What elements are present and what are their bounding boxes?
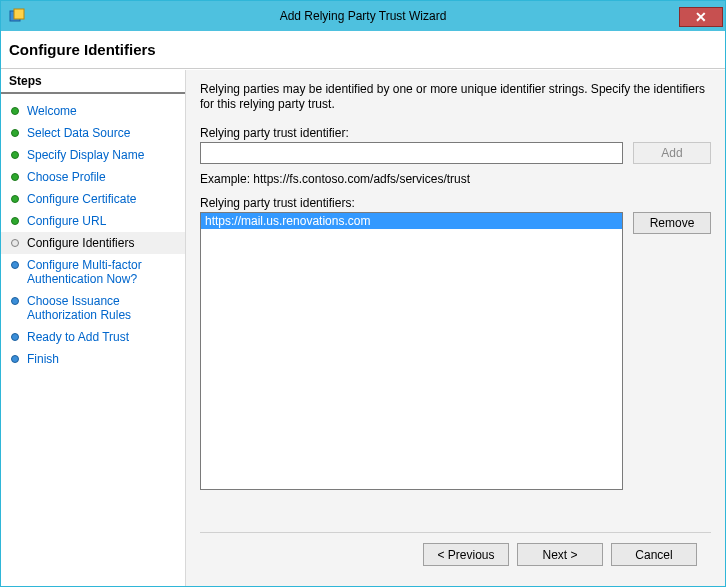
step-bullet-icon <box>11 217 19 225</box>
identifier-input[interactable] <box>200 142 623 164</box>
step-label: Finish <box>27 352 59 366</box>
step-item[interactable]: Select Data Source <box>1 122 185 144</box>
page-title: Configure Identifiers <box>9 41 717 58</box>
step-label: Configure Identifiers <box>27 236 134 250</box>
steps-sidebar: Steps WelcomeSelect Data SourceSpecify D… <box>1 70 186 586</box>
identifier-field-row: Relying party trust identifier: Add <box>200 126 711 164</box>
app-icon <box>9 8 25 24</box>
wizard-body: Steps WelcomeSelect Data SourceSpecify D… <box>1 69 725 586</box>
step-item[interactable]: Configure Multi-factor Authentication No… <box>1 254 185 290</box>
list-item[interactable]: https://mail.us.renovations.com <box>201 213 622 229</box>
steps-list: WelcomeSelect Data SourceSpecify Display… <box>1 94 185 370</box>
step-label: Select Data Source <box>27 126 130 140</box>
description-text: Relying parties may be identified by one… <box>200 82 711 112</box>
step-bullet-icon <box>11 195 19 203</box>
add-button[interactable]: Add <box>633 142 711 164</box>
step-label: Ready to Add Trust <box>27 330 129 344</box>
step-item[interactable]: Ready to Add Trust <box>1 326 185 348</box>
wizard-footer: < Previous Next > Cancel <box>200 532 711 578</box>
step-label: Configure Certificate <box>27 192 136 206</box>
step-item[interactable]: Finish <box>1 348 185 370</box>
step-bullet-icon <box>11 239 19 247</box>
identifiers-listbox[interactable]: https://mail.us.renovations.com <box>200 212 623 490</box>
step-label: Configure Multi-factor Authentication No… <box>27 258 177 286</box>
cancel-button[interactable]: Cancel <box>611 543 697 566</box>
step-item[interactable]: Configure Identifiers <box>1 232 185 254</box>
example-text: Example: https://fs.contoso.com/adfs/ser… <box>200 172 711 186</box>
step-bullet-icon <box>11 173 19 181</box>
next-button[interactable]: Next > <box>517 543 603 566</box>
identifiers-list-row: https://mail.us.renovations.com Remove <box>200 212 711 532</box>
close-button[interactable]: ✕ <box>679 7 723 27</box>
window-title: Add Relying Party Trust Wizard <box>1 9 725 23</box>
titlebar: Add Relying Party Trust Wizard ✕ <box>1 1 725 31</box>
close-icon: ✕ <box>695 9 707 25</box>
page-header: Configure Identifiers <box>1 31 725 69</box>
step-bullet-icon <box>11 297 19 305</box>
svg-rect-1 <box>14 9 24 19</box>
step-bullet-icon <box>11 151 19 159</box>
step-label: Choose Issuance Authorization Rules <box>27 294 177 322</box>
identifier-label: Relying party trust identifier: <box>200 126 623 140</box>
step-bullet-icon <box>11 261 19 269</box>
step-label: Specify Display Name <box>27 148 144 162</box>
step-item[interactable]: Choose Profile <box>1 166 185 188</box>
step-label: Welcome <box>27 104 77 118</box>
step-item[interactable]: Specify Display Name <box>1 144 185 166</box>
step-bullet-icon <box>11 333 19 341</box>
identifiers-list-label: Relying party trust identifiers: <box>200 196 711 210</box>
step-bullet-icon <box>11 355 19 363</box>
remove-button[interactable]: Remove <box>633 212 711 234</box>
step-item[interactable]: Configure URL <box>1 210 185 232</box>
step-item[interactable]: Choose Issuance Authorization Rules <box>1 290 185 326</box>
step-bullet-icon <box>11 129 19 137</box>
previous-button[interactable]: < Previous <box>423 543 509 566</box>
wizard-window: Add Relying Party Trust Wizard ✕ Configu… <box>0 0 726 587</box>
step-label: Configure URL <box>27 214 106 228</box>
step-label: Choose Profile <box>27 170 106 184</box>
steps-heading: Steps <box>1 70 185 94</box>
step-bullet-icon <box>11 107 19 115</box>
step-item[interactable]: Welcome <box>1 100 185 122</box>
step-item[interactable]: Configure Certificate <box>1 188 185 210</box>
content-pane: Relying parties may be identified by one… <box>186 70 725 586</box>
